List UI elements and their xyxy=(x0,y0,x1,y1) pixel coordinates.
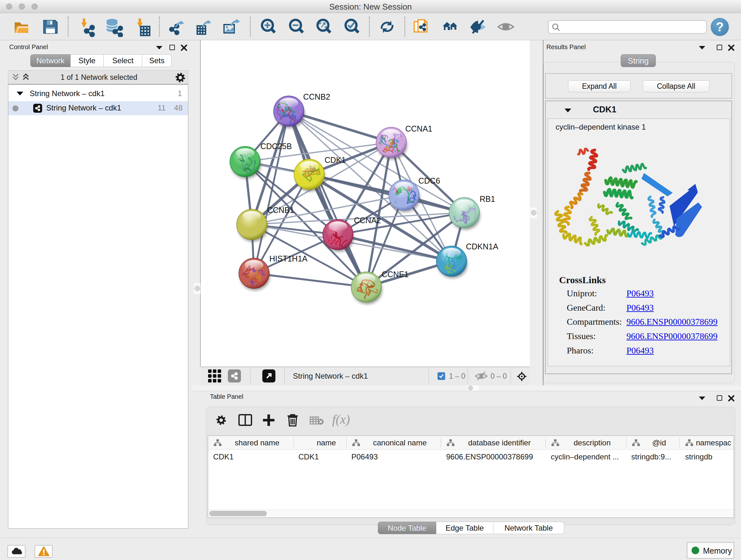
svg-text:CCNA1: CCNA1 xyxy=(405,124,432,133)
svg-text:HIST1H1A: HIST1H1A xyxy=(269,254,308,263)
svg-text:CCNB2: CCNB2 xyxy=(303,92,330,101)
svg-text:RB1: RB1 xyxy=(480,194,495,203)
svg-text:CCNA2: CCNA2 xyxy=(354,216,381,225)
svg-text:CDKN1A: CDKN1A xyxy=(466,242,498,251)
svg-text:CCNE1: CCNE1 xyxy=(382,270,409,279)
svg-text:CDC6: CDC6 xyxy=(418,176,440,185)
svg-text:CCNB1: CCNB1 xyxy=(267,206,294,214)
svg-text:CDK1: CDK1 xyxy=(325,155,346,165)
svg-text:CDC25B: CDC25B xyxy=(260,142,292,151)
